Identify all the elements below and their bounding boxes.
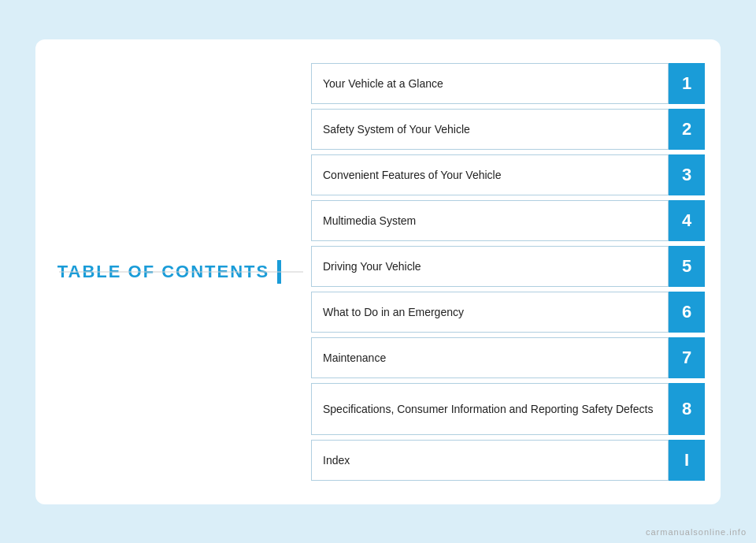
toc-label-item-i: Index bbox=[311, 440, 669, 481]
toc-label-item-8: Specifications, Consumer Information and… bbox=[311, 383, 669, 435]
toc-number-item-5: 5 bbox=[669, 246, 705, 287]
toc-number-item-8: 8 bbox=[669, 383, 705, 435]
toc-number-item-i: I bbox=[669, 440, 705, 481]
toc-row-item-i[interactable]: IndexI bbox=[311, 440, 705, 481]
toc-list: Your Vehicle at a Glance1Safety System o… bbox=[303, 39, 721, 504]
toc-label-item-2: Safety System of Your Vehicle bbox=[311, 109, 669, 150]
toc-number-item-3: 3 bbox=[669, 154, 705, 195]
watermark: carmanualsonline.info bbox=[646, 527, 747, 537]
left-section: TABLE OF CONTENTS bbox=[35, 39, 303, 504]
toc-number-item-6: 6 bbox=[669, 292, 705, 333]
toc-label-item-5: Driving Your Vehicle bbox=[311, 246, 669, 287]
toc-label-item-4: Multimedia System bbox=[311, 200, 669, 241]
content-card: TABLE OF CONTENTS Your Vehicle at a Glan… bbox=[35, 39, 721, 504]
toc-number-item-2: 2 bbox=[669, 109, 705, 150]
toc-number-item-1: 1 bbox=[669, 63, 705, 104]
toc-number-item-4: 4 bbox=[669, 200, 705, 241]
page-background: TABLE OF CONTENTS Your Vehicle at a Glan… bbox=[0, 0, 756, 543]
toc-row-item-4[interactable]: Multimedia System4 bbox=[311, 200, 705, 241]
toc-label-item-6: What to Do in an Emergency bbox=[311, 292, 669, 333]
horizontal-divider bbox=[59, 271, 303, 272]
toc-row-item-3[interactable]: Convenient Features of Your Vehicle3 bbox=[311, 154, 705, 195]
toc-label-item-7: Maintenance bbox=[311, 337, 669, 378]
toc-row-item-6[interactable]: What to Do in an Emergency6 bbox=[311, 292, 705, 333]
toc-label-item-3: Convenient Features of Your Vehicle bbox=[311, 154, 669, 195]
toc-row-item-7[interactable]: Maintenance7 bbox=[311, 337, 705, 378]
toc-row-item-1[interactable]: Your Vehicle at a Glance1 bbox=[311, 63, 705, 104]
toc-row-item-8[interactable]: Specifications, Consumer Information and… bbox=[311, 383, 705, 435]
toc-label-item-1: Your Vehicle at a Glance bbox=[311, 63, 669, 104]
toc-row-item-5[interactable]: Driving Your Vehicle5 bbox=[311, 246, 705, 287]
toc-row-item-2[interactable]: Safety System of Your Vehicle2 bbox=[311, 109, 705, 150]
toc-number-item-7: 7 bbox=[669, 337, 705, 378]
